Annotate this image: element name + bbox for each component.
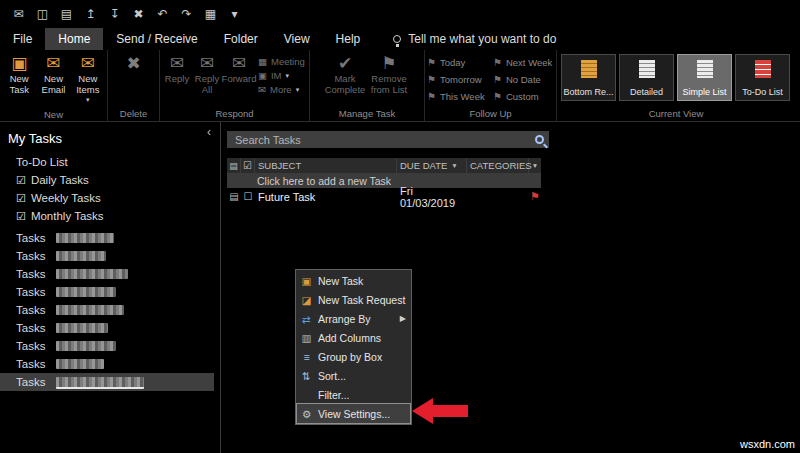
menu-item-add-columns[interactable]: Add Columns xyxy=(297,328,410,347)
im-button[interactable]: IM ▾ xyxy=(256,69,307,82)
sidebar-item-tasks[interactable]: Tasks xyxy=(0,283,220,301)
checkbox-checked-icon xyxy=(16,174,26,187)
menu-item-filter[interactable]: Filter... xyxy=(297,385,410,404)
follow-up-no-date-button[interactable]: No Date xyxy=(493,71,555,88)
subject-column-header[interactable]: SUBJECT xyxy=(255,158,397,173)
group-label-manage-task: Manage Task xyxy=(310,106,424,121)
follow-up-flag-icon[interactable]: ⚑ xyxy=(529,190,541,203)
flag-icon xyxy=(427,91,436,102)
icon-column-header[interactable]: ▤ xyxy=(227,158,241,173)
redacted-account-name xyxy=(56,251,106,261)
filter-icon[interactable]: ▼ xyxy=(529,158,541,173)
ribbon-group-manage-task: Mark Complete Remove from List Manage Ta… xyxy=(310,50,425,121)
outlook-window: ✉ ◫ ▤ ↥ ↧ ✖ ↶ ↷ ▦ ▾ File Home Send / Rec… xyxy=(0,0,800,453)
search-icon[interactable] xyxy=(535,135,544,144)
group-label-new: New xyxy=(0,107,107,122)
redacted-account-name xyxy=(56,269,128,279)
my-tasks-header[interactable]: My Tasks xyxy=(0,122,220,153)
sidebar-item-tasks[interactable]: Tasks xyxy=(0,355,220,373)
follow-up-this-week-button[interactable]: This Week xyxy=(427,88,493,105)
new-email-button[interactable]: New Email xyxy=(36,53,70,96)
mail-icon[interactable]: ✉ xyxy=(12,7,25,21)
due-date-column-header[interactable]: DUE DATE ▼ xyxy=(397,158,467,173)
move-up-icon[interactable]: ↥ xyxy=(84,7,97,21)
remove-from-list-button[interactable]: Remove from List xyxy=(367,53,411,96)
sort-icon xyxy=(300,370,313,382)
task-table: ▤ ☑ SUBJECT DUE DATE ▼ CATEGORIES ▼ xyxy=(227,158,541,205)
meeting-button[interactable]: Meeting xyxy=(256,55,307,68)
menu-item-view-settings[interactable]: View Settings... xyxy=(297,404,410,423)
print-icon[interactable]: ▤ xyxy=(60,7,73,21)
tab-home[interactable]: Home xyxy=(45,28,103,50)
bottom-reading-view-icon xyxy=(581,60,597,78)
sidebar-item-monthly-tasks[interactable]: Monthly Tasks xyxy=(0,207,220,225)
task-row-future-task[interactable]: ▤ ☐ Future Task Fri 01/03/2019 ⚑ xyxy=(227,188,541,205)
delete-button[interactable] xyxy=(116,53,152,75)
view-todo-list-button[interactable]: To-Do List xyxy=(735,54,790,101)
search-input[interactable] xyxy=(235,134,535,146)
delete-icon[interactable]: ✖ xyxy=(132,7,145,21)
complete-checkbox[interactable]: ☐ xyxy=(241,191,255,202)
tab-folder[interactable]: Folder xyxy=(211,28,271,50)
reply-button[interactable]: Reply xyxy=(162,53,192,86)
follow-up-custom-button[interactable]: Custom xyxy=(493,88,555,105)
lightbulb-icon xyxy=(393,35,401,43)
sidebar-item-todo-list[interactable]: To-Do List xyxy=(0,153,220,171)
tab-send-receive[interactable]: Send / Receive xyxy=(103,28,210,50)
sidebar-item-tasks[interactable]: Tasks xyxy=(0,337,220,355)
view-simple-list-button[interactable]: Simple List xyxy=(677,54,732,101)
quick-access-toolbar: ✉ ◫ ▤ ↥ ↧ ✖ ↶ ↷ ▦ ▾ xyxy=(0,0,800,28)
arrange-by-icon xyxy=(300,313,313,325)
follow-up-tomorrow-button[interactable]: Tomorrow xyxy=(427,71,493,88)
follow-up-today-button[interactable]: Today xyxy=(427,54,493,71)
redacted-account-name xyxy=(56,359,104,369)
more-commands-icon[interactable]: ▾ xyxy=(228,7,241,21)
arrow-tail xyxy=(433,405,468,417)
sidebar-item-tasks[interactable]: Tasks xyxy=(0,247,220,265)
follow-up-next-week-button[interactable]: Next Week xyxy=(493,54,555,71)
delete-x-icon xyxy=(126,54,140,74)
collapse-pane-icon[interactable]: ‹ xyxy=(207,125,211,139)
archive-icon[interactable]: ▦ xyxy=(204,7,217,21)
forward-button[interactable]: Forward xyxy=(222,53,256,86)
chevron-down-icon: ▾ xyxy=(86,95,90,106)
new-task-button[interactable]: New Task xyxy=(2,53,36,96)
sidebar-item-weekly-tasks[interactable]: Weekly Tasks xyxy=(0,189,220,207)
tell-me-box[interactable]: Tell me what you want to do xyxy=(393,28,556,50)
view-detailed-button[interactable]: Detailed xyxy=(619,54,674,101)
task-item-icon: ▤ xyxy=(227,191,241,202)
ribbon-group-follow-up: Today Next Week Tomorrow No Date This We… xyxy=(425,50,557,121)
ribbon-tab-bar: File Home Send / Receive Folder View Hel… xyxy=(0,28,800,50)
move-down-icon[interactable]: ↧ xyxy=(108,7,121,21)
tab-help[interactable]: Help xyxy=(323,28,374,50)
menu-item-new-task-request[interactable]: New Task Request xyxy=(297,290,410,309)
sidebar-item-tasks[interactable]: Tasks xyxy=(0,265,220,283)
sidebar-item-daily-tasks[interactable]: Daily Tasks xyxy=(0,171,220,189)
menu-item-arrange-by[interactable]: Arrange By ▶ xyxy=(297,309,410,328)
tab-file[interactable]: File xyxy=(0,28,45,50)
menu-item-group-by-box[interactable]: Group by Box xyxy=(297,347,410,366)
submenu-arrow-icon: ▶ xyxy=(400,314,406,323)
new-task-request-icon xyxy=(300,294,313,306)
save-icon[interactable]: ◫ xyxy=(36,7,49,21)
complete-column-header[interactable]: ☑ xyxy=(241,158,255,173)
mark-complete-button[interactable]: Mark Complete xyxy=(323,53,367,96)
add-new-task-row[interactable]: Click here to add a new Task xyxy=(227,173,541,188)
sidebar-item-tasks[interactable]: Tasks xyxy=(0,229,220,247)
new-items-button[interactable]: New Items ▾ xyxy=(71,53,105,107)
categories-column-header[interactable]: CATEGORIES xyxy=(467,158,529,173)
reply-all-button[interactable]: Reply All xyxy=(192,53,222,96)
sidebar-item-tasks[interactable]: Tasks xyxy=(0,319,220,337)
new-task-icon xyxy=(300,275,313,287)
menu-item-new-task[interactable]: New Task xyxy=(297,271,410,290)
checkbox-checked-icon xyxy=(16,192,26,205)
redo-icon[interactable]: ↷ xyxy=(180,7,193,21)
view-bottom-reading-button[interactable]: Bottom Re... xyxy=(561,54,616,101)
search-box[interactable] xyxy=(227,131,549,148)
sidebar-item-tasks[interactable]: Tasks xyxy=(0,301,220,319)
undo-icon[interactable]: ↶ xyxy=(156,7,169,21)
menu-item-sort[interactable]: Sort... xyxy=(297,366,410,385)
more-button[interactable]: More ▾ xyxy=(256,83,307,96)
tab-view[interactable]: View xyxy=(271,28,323,50)
sidebar-item-tasks-selected[interactable]: Tasks xyxy=(0,373,214,391)
